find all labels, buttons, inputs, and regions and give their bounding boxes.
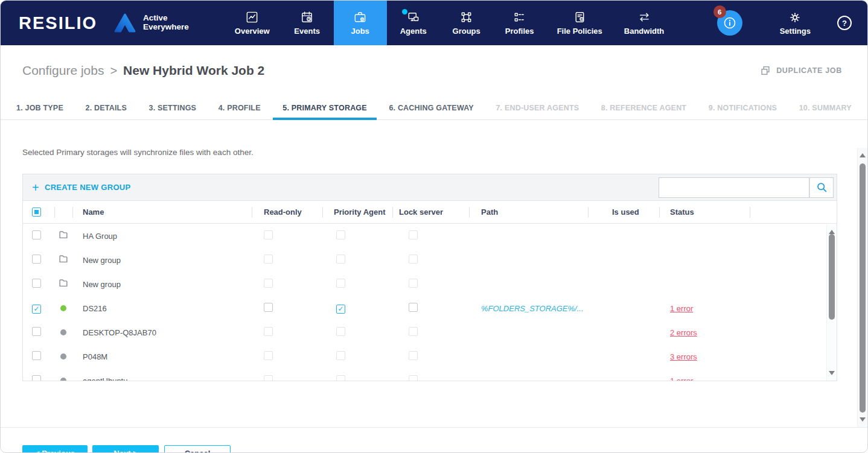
tab-5-primary-storage[interactable]: 5. PRIMARY STORAGE bbox=[282, 96, 367, 119]
nav-item-groups[interactable]: Groups bbox=[440, 1, 493, 45]
devices-icon bbox=[406, 10, 420, 24]
tab-4-profile[interactable]: 4. PROFILE bbox=[219, 96, 261, 119]
duplicate-job-button[interactable]: DUPLICATE JOB bbox=[760, 65, 842, 76]
status-error-link[interactable]: 2 errors bbox=[670, 328, 697, 337]
read-only-cell bbox=[252, 230, 322, 242]
settings-button[interactable]: Settings bbox=[780, 11, 811, 36]
header-select-cell bbox=[23, 201, 54, 223]
lock-server-checkbox[interactable] bbox=[409, 255, 418, 264]
tab-6-caching-gateway[interactable]: 6. CACHING GATEWAY bbox=[389, 96, 473, 119]
nav-item-agents[interactable]: Agents bbox=[387, 1, 440, 45]
row-select-cell bbox=[23, 375, 54, 381]
topbar-right: 6 Settings ? bbox=[717, 1, 867, 45]
row-select-checkbox[interactable] bbox=[32, 305, 41, 314]
read-only-checkbox[interactable] bbox=[264, 351, 273, 360]
row-select-cell bbox=[23, 351, 54, 363]
table-scrollbar-thumb[interactable] bbox=[829, 234, 835, 320]
priority-agent-cell bbox=[322, 255, 392, 266]
row-select-checkbox[interactable] bbox=[32, 375, 41, 381]
read-only-checkbox[interactable] bbox=[264, 375, 273, 381]
tab-3-settings[interactable]: 3. SETTINGS bbox=[149, 96, 197, 119]
nav-item-events[interactable]: Events bbox=[281, 1, 334, 45]
read-only-checkbox[interactable] bbox=[264, 255, 273, 264]
help-button[interactable]: ? bbox=[837, 16, 852, 30]
row-select-checkbox[interactable] bbox=[32, 255, 41, 264]
priority-agent-checkbox[interactable] bbox=[336, 351, 345, 360]
row-select-checkbox[interactable] bbox=[32, 230, 41, 239]
header-indicator-cell bbox=[54, 201, 72, 223]
row-select-cell bbox=[23, 255, 54, 266]
previous-button[interactable]: < Previous bbox=[22, 445, 88, 453]
lock-server-checkbox[interactable] bbox=[409, 279, 418, 288]
row-indicator-cell bbox=[54, 378, 72, 381]
lock-server-cell bbox=[392, 375, 469, 381]
folder-icon bbox=[58, 229, 69, 242]
status-error-link[interactable]: 3 errors bbox=[670, 352, 697, 361]
status-error-link[interactable]: 1 error bbox=[670, 376, 693, 381]
priority-agent-cell bbox=[322, 303, 392, 314]
priority-agent-checkbox[interactable] bbox=[336, 230, 345, 239]
tab-9-notifications: 9. NOTIFICATIONS bbox=[709, 96, 777, 119]
column-header-lock-server: Lock server bbox=[392, 201, 469, 223]
status-error-link[interactable]: 1 error bbox=[670, 304, 693, 313]
priority-agent-checkbox[interactable] bbox=[336, 305, 345, 314]
tab-2-details[interactable]: 2. DETAILS bbox=[85, 96, 126, 119]
search-input[interactable] bbox=[659, 177, 809, 198]
page-scroll-down-arrow-icon[interactable] bbox=[860, 417, 866, 422]
priority-agent-checkbox[interactable] bbox=[336, 255, 345, 264]
duplicate-job-label: DUPLICATE JOB bbox=[776, 66, 842, 75]
nav-item-file-policies[interactable]: File Policies bbox=[546, 1, 613, 45]
lock-server-checkbox[interactable] bbox=[409, 230, 418, 239]
group-name: HA Group bbox=[72, 232, 252, 241]
scroll-down-arrow-icon[interactable] bbox=[829, 371, 835, 375]
nav-item-overview[interactable]: Overview bbox=[224, 1, 281, 45]
read-only-checkbox[interactable] bbox=[264, 279, 273, 288]
profiles-list-icon bbox=[512, 10, 526, 24]
nav-label: Jobs bbox=[351, 27, 369, 36]
read-only-checkbox[interactable] bbox=[264, 230, 273, 239]
offline-dot bbox=[60, 329, 66, 335]
tab-1-job-type[interactable]: 1. JOB TYPE bbox=[16, 96, 63, 119]
agent-name: DS216 bbox=[72, 304, 252, 313]
calendar-icon bbox=[300, 10, 314, 24]
lock-server-cell bbox=[392, 279, 469, 290]
notifications-info-button[interactable]: 6 bbox=[717, 10, 742, 36]
table-scrollbar[interactable] bbox=[826, 224, 837, 381]
nav-item-jobs[interactable]: Jobs bbox=[334, 1, 387, 45]
lock-server-cell bbox=[392, 255, 469, 266]
bandwidth-arrows-icon bbox=[637, 10, 651, 24]
page-scrollbar[interactable] bbox=[857, 148, 867, 427]
page-scroll-up-arrow-icon[interactable] bbox=[860, 153, 866, 157]
content-area: Selected Primary storages will synchroni… bbox=[1, 148, 867, 428]
nav-item-bandwidth[interactable]: Bandwidth bbox=[613, 1, 675, 45]
nav-label: File Policies bbox=[557, 27, 602, 36]
scroll-up-arrow-icon[interactable] bbox=[829, 230, 835, 234]
create-new-group-button[interactable]: + CREATE NEW GROUP bbox=[32, 182, 131, 194]
priority-agent-checkbox[interactable] bbox=[336, 279, 345, 288]
path-link[interactable]: %FOLDERS_STORAGE%/... bbox=[481, 304, 584, 313]
read-only-checkbox[interactable] bbox=[264, 327, 273, 336]
lock-server-checkbox[interactable] bbox=[409, 327, 418, 336]
cancel-button[interactable]: Cancel bbox=[164, 445, 231, 453]
product-name: Active Everywhere bbox=[143, 14, 189, 31]
nav-item-profiles[interactable]: Profiles bbox=[493, 1, 546, 45]
search-button[interactable] bbox=[809, 177, 834, 198]
row-select-cell bbox=[23, 303, 54, 314]
row-select-checkbox[interactable] bbox=[32, 351, 41, 360]
priority-agent-checkbox[interactable] bbox=[336, 375, 345, 381]
lock-server-checkbox[interactable] bbox=[409, 375, 418, 381]
priority-agent-checkbox[interactable] bbox=[336, 327, 345, 336]
page-scrollbar-thumb[interactable] bbox=[860, 163, 866, 413]
breadcrumb-section[interactable]: Configure jobs bbox=[22, 63, 104, 78]
read-only-checkbox[interactable] bbox=[264, 303, 273, 312]
lock-server-checkbox[interactable] bbox=[409, 303, 418, 312]
select-all-checkbox[interactable] bbox=[32, 207, 41, 217]
row-select-checkbox[interactable] bbox=[32, 327, 41, 336]
row-select-checkbox[interactable] bbox=[32, 279, 41, 288]
search-icon bbox=[816, 182, 828, 193]
next-button[interactable]: Next > bbox=[92, 445, 159, 453]
row-indicator-cell bbox=[54, 305, 72, 311]
lock-server-checkbox[interactable] bbox=[409, 351, 418, 360]
step-description: Selected Primary storages will synchroni… bbox=[22, 148, 846, 157]
resilio-logo: RESILIO bbox=[19, 13, 97, 33]
